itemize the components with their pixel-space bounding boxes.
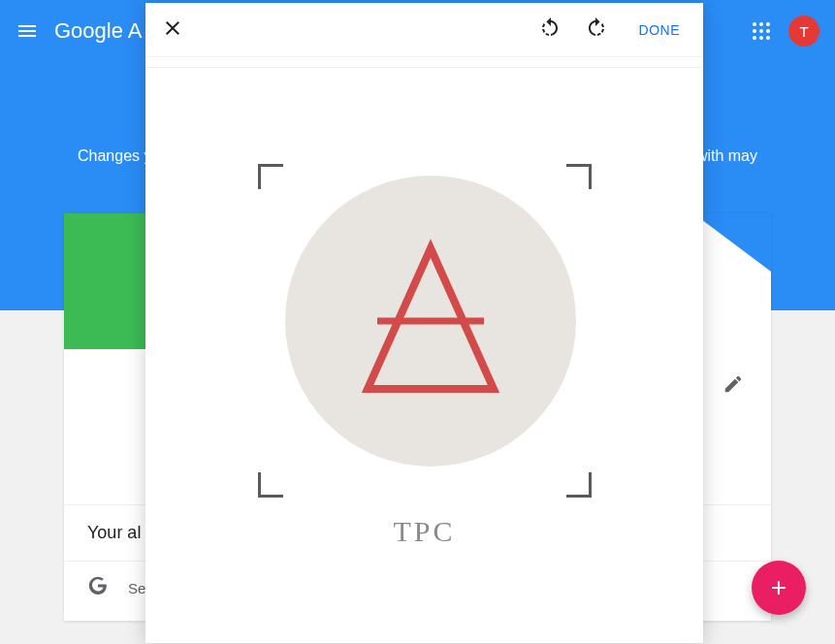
svg-point-3: [753, 29, 756, 33]
rotate-right-icon[interactable]: [585, 16, 608, 44]
done-button[interactable]: DONE: [639, 22, 680, 38]
crop-area: TPC: [145, 68, 703, 643]
crop-handle-tl[interactable]: [258, 164, 283, 189]
svg-point-1: [759, 22, 763, 26]
avatar-initial: T: [799, 23, 808, 40]
rotate-left-icon[interactable]: [538, 16, 562, 44]
image-caption: TPC: [393, 515, 455, 548]
albums-row-text: Se: [128, 580, 145, 596]
svg-point-6: [753, 36, 756, 40]
svg-point-5: [766, 29, 770, 33]
svg-point-4: [759, 29, 763, 33]
corner-decoration: [693, 213, 771, 272]
add-fab[interactable]: +: [752, 561, 806, 615]
account-avatar[interactable]: T: [788, 16, 819, 47]
svg-point-7: [759, 36, 763, 40]
close-icon[interactable]: [161, 16, 184, 44]
google-g-icon: [87, 575, 109, 600]
crop-handle-bl[interactable]: [258, 472, 283, 498]
modal-header: DONE: [145, 3, 703, 57]
edit-icon[interactable]: [723, 373, 744, 399]
photo-crop-modal: DONE TPC: [145, 3, 703, 643]
plus-icon: +: [771, 574, 787, 601]
apps-icon[interactable]: [750, 19, 773, 43]
profile-image: [285, 176, 576, 467]
svg-point-2: [766, 22, 770, 26]
svg-point-8: [766, 36, 770, 40]
crop-handle-tr[interactable]: [566, 164, 592, 189]
crop-handle-br[interactable]: [566, 472, 592, 498]
crop-frame[interactable]: [258, 164, 592, 498]
menu-icon[interactable]: [16, 19, 39, 43]
svg-point-0: [753, 22, 756, 26]
